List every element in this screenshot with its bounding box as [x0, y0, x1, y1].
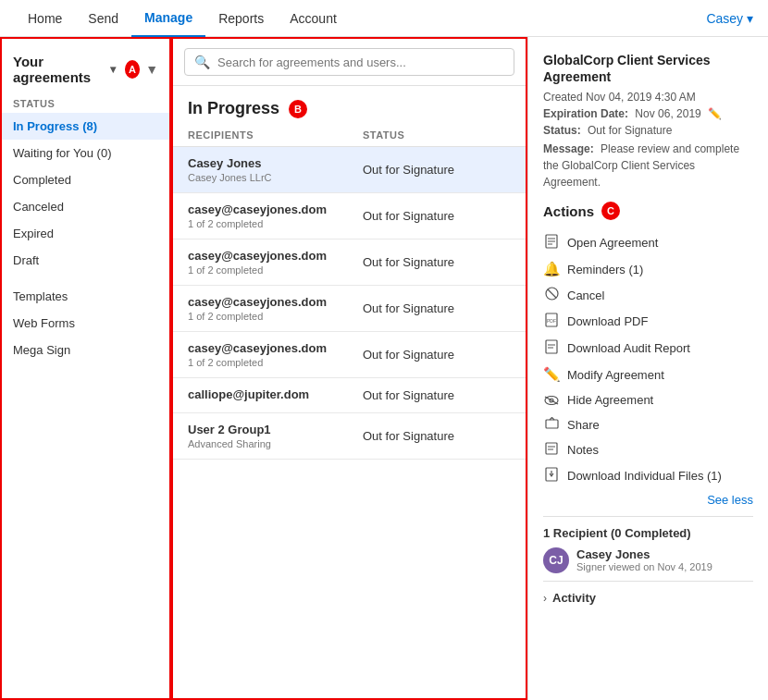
recipient-section: 1 Recipient (0 Completed) CJ Casey Jones… — [543, 516, 753, 573]
user-menu[interactable]: Casey ▾ — [706, 11, 753, 26]
search-input[interactable] — [217, 55, 504, 69]
svg-rect-14 — [546, 420, 558, 428]
action-hide[interactable]: Hide Agreement — [543, 387, 753, 412]
status-cell: Out for Signature — [363, 249, 511, 276]
in-progress-title: In Progress — [188, 99, 279, 118]
action-download-audit[interactable]: Download Audit Report — [543, 335, 753, 362]
notes-icon — [543, 442, 560, 458]
chevron-down-icon: ▾ — [110, 63, 116, 76]
svg-line-5 — [548, 289, 556, 298]
table-row[interactable]: calliope@jupiter.dom Out for Signature — [173, 378, 526, 413]
nav-send[interactable]: Send — [75, 0, 131, 37]
filter-icon[interactable]: ▼ — [145, 62, 158, 77]
recipient-sub: 1 of 2 completed — [188, 264, 363, 276]
see-less-link[interactable]: See less — [543, 493, 753, 507]
recipient-name: calliope@jupiter.dom — [188, 387, 363, 401]
nav-home[interactable]: Home — [15, 0, 75, 37]
modify-icon: ✏️ — [543, 366, 560, 383]
action-open-agreement[interactable]: Open Agreement — [543, 229, 753, 256]
agreement-created: Created Nov 04, 2019 4:30 AM — [543, 91, 753, 104]
action-reminders[interactable]: 🔔 Reminders (1) — [543, 256, 753, 282]
recipient-name: casey@caseyjones.dom — [188, 341, 363, 355]
svg-rect-15 — [546, 443, 557, 454]
edit-icon[interactable]: ✏️ — [708, 107, 722, 120]
status-cell: Out for Signature — [363, 341, 511, 368]
badge-c: C — [601, 202, 620, 220]
recipient-name: casey@caseyjones.dom — [188, 203, 363, 216]
table-header: RECIPIENTS STATUS — [173, 126, 526, 147]
recipient-name: casey@caseyjones.dom — [188, 295, 363, 309]
nav-manage[interactable]: Manage — [131, 0, 205, 37]
action-modify[interactable]: ✏️ Modify Agreement — [543, 362, 753, 387]
action-download-individual[interactable]: Download Individual Files (1) — [543, 462, 753, 489]
sidebar-item-completed[interactable]: Completed — [2, 166, 169, 193]
agreement-title: GlobalCorp Client Services Agreement — [543, 52, 753, 85]
svg-rect-8 — [546, 340, 557, 353]
recipient-card: CJ Casey Jones Signer viewed on Nov 4, 2… — [543, 547, 753, 573]
nav-account[interactable]: Account — [277, 0, 350, 37]
recipient-sub: Casey Jones LLrC — [188, 172, 363, 183]
sidebar-item-canceled[interactable]: Canceled — [2, 193, 169, 220]
share-icon — [543, 417, 560, 433]
recipient-sub: 1 of 2 completed — [188, 311, 363, 322]
sidebar-item-in-progress[interactable]: In Progress (8) — [2, 113, 169, 140]
search-bar[interactable]: 🔍 — [184, 48, 514, 76]
your-agreements-label: Your agreements — [13, 54, 105, 85]
agreement-message-row: Message: Please review and complete the … — [543, 141, 753, 190]
action-share[interactable]: Share — [543, 412, 753, 437]
recipient-card-sub: Signer viewed on Nov 4, 2019 — [576, 561, 712, 572]
sidebar-item-web-forms[interactable]: Web Forms — [2, 310, 169, 337]
badge-b: B — [289, 100, 307, 118]
col-status: STATUS — [363, 129, 511, 141]
recipient-sub: 1 of 2 completed — [188, 357, 363, 368]
action-notes[interactable]: Notes — [543, 437, 753, 462]
sidebar-item-expired[interactable]: Expired — [2, 220, 169, 247]
activity-label: Activity — [552, 591, 596, 605]
download-pdf-icon: PDF — [543, 313, 560, 330]
document-icon — [543, 234, 560, 252]
recipient-name: User 2 Group1 — [188, 423, 363, 436]
audit-icon — [543, 339, 560, 357]
table-row[interactable]: casey@caseyjones.dom 1 of 2 completed Ou… — [173, 286, 526, 332]
status-cell: Out for Signature — [363, 295, 511, 322]
sidebar-item-mega-sign[interactable]: Mega Sign — [2, 337, 169, 363]
status-cell: Out for Signature — [363, 203, 511, 229]
expiration-date-row: Expiration Date: Nov 06, 2019 ✏️ — [543, 107, 753, 120]
search-icon: 🔍 — [194, 55, 210, 69]
recipient-name: casey@caseyjones.dom — [188, 249, 363, 263]
sidebar-item-draft[interactable]: Draft — [2, 247, 169, 274]
table-row[interactable]: casey@caseyjones.dom 1 of 2 completed Ou… — [173, 332, 526, 378]
status-section-label: STATUS — [2, 92, 169, 113]
activity-section[interactable]: › Activity — [543, 581, 753, 605]
action-download-pdf[interactable]: PDF Download PDF — [543, 308, 753, 335]
table-row[interactable]: casey@caseyjones.dom 1 of 2 completed Ou… — [173, 239, 526, 286]
badge-a: A — [125, 60, 140, 79]
table-row[interactable]: Casey Jones Casey Jones LLrC Out for Sig… — [173, 147, 526, 193]
recipient-sub: Advanced Sharing — [188, 438, 363, 449]
chevron-right-icon: › — [543, 592, 547, 605]
cancel-icon — [543, 287, 560, 303]
recipient-section-title: 1 Recipient (0 Completed) — [543, 526, 753, 540]
avatar: CJ — [543, 547, 569, 573]
table-row[interactable]: casey@caseyjones.dom 1 of 2 completed Ou… — [173, 193, 526, 239]
recipient-card-name: Casey Jones — [576, 547, 712, 561]
svg-text:PDF: PDF — [547, 318, 556, 324]
recipient-sub: 1 of 2 completed — [188, 218, 363, 229]
status-cell: Out for Signature — [363, 156, 511, 183]
status-cell: Out for Signature — [363, 423, 511, 449]
table-row[interactable]: User 2 Group1 Advanced Sharing Out for S… — [173, 413, 526, 460]
download-individual-icon — [543, 467, 560, 485]
bell-icon: 🔔 — [543, 261, 560, 277]
actions-label: Actions — [543, 203, 594, 219]
sidebar-item-waiting[interactable]: Waiting for You (0) — [2, 140, 169, 166]
sidebar-item-templates[interactable]: Templates — [2, 283, 169, 310]
agreement-status-row: Status: Out for Signature — [543, 124, 753, 137]
action-cancel[interactable]: Cancel — [543, 282, 753, 308]
recipient-name: Casey Jones — [188, 156, 363, 170]
nav-reports[interactable]: Reports — [205, 0, 277, 37]
col-recipients: RECIPIENTS — [188, 129, 363, 141]
status-cell: Out for Signature — [363, 387, 511, 403]
hide-icon — [543, 392, 560, 408]
